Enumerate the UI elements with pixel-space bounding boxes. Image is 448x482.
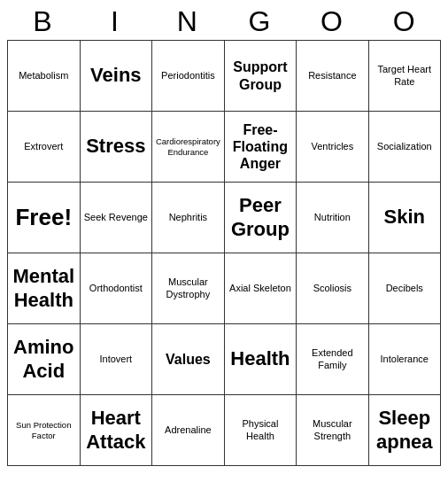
bingo-cell: Muscular Strength: [297, 395, 368, 466]
header-letter: I: [80, 5, 152, 38]
bingo-cell: Free!: [8, 183, 81, 253]
header-letter: N: [151, 5, 224, 38]
bingo-cell: Nephritis: [152, 183, 225, 253]
bingo-cell: Seek Revenge: [80, 183, 152, 253]
header-letter: G: [224, 5, 297, 38]
bingo-cell: Amino Acid: [8, 324, 81, 395]
bingo-cell: Values: [152, 324, 225, 395]
bingo-cell: Scoliosis: [297, 253, 368, 324]
bingo-cell: Muscular Dystrophy: [152, 253, 225, 324]
bingo-cell: Periodontitis: [152, 41, 225, 112]
bingo-cell: Nutrition: [297, 183, 368, 253]
bingo-cell: Ventricles: [297, 112, 368, 183]
bingo-cell: Extrovert: [8, 112, 81, 183]
bingo-cell: Veins: [80, 41, 152, 112]
bingo-cell: Support Group: [224, 41, 297, 112]
bingo-cell: Heart Attack: [80, 395, 152, 466]
bingo-cell: Target Heart Rate: [368, 41, 441, 112]
bingo-cell: Intolerance: [368, 324, 441, 395]
bingo-cell: Physical Health: [224, 395, 297, 466]
bingo-cell: Peer Group: [224, 183, 297, 253]
bingo-cell: Free-Floating Anger: [224, 112, 297, 183]
bingo-cell: Stress: [80, 112, 152, 183]
bingo-cell: Skin: [368, 183, 441, 253]
bingo-cell: Orthodontist: [80, 253, 152, 324]
bingo-cell: Health: [224, 324, 297, 395]
bingo-grid: MetabolismVeinsPeriodontitisSupport Grou…: [7, 40, 441, 466]
bingo-cell: Axial Skeleton: [224, 253, 297, 324]
bingo-cell: Resistance: [297, 41, 368, 112]
header-letter: B: [7, 5, 80, 38]
header-letter: O: [297, 5, 369, 38]
bingo-cell: Mental Health: [8, 253, 81, 324]
bingo-cell: Intovert: [80, 324, 152, 395]
bingo-cell: Decibels: [368, 253, 441, 324]
header-letter: O: [368, 5, 441, 38]
bingo-cell: Socialization: [368, 112, 441, 183]
bingo-cell: Sun Protection Factor: [8, 395, 81, 466]
bingo-cell: Sleep apnea: [368, 395, 441, 466]
bingo-cell: Extended Family: [297, 324, 368, 395]
bingo-cell: Cardiorespiratory Endurance: [152, 112, 225, 183]
bingo-header: BINGOO: [7, 5, 441, 38]
bingo-cell: Metabolism: [8, 41, 81, 112]
bingo-cell: Adrenaline: [152, 395, 225, 466]
